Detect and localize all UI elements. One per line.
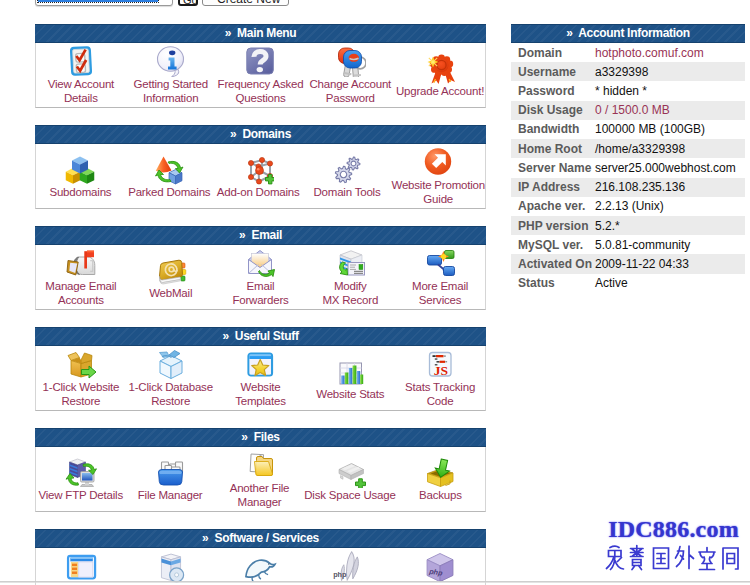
svg-text:php: php [333,570,347,579]
svg-text:JS: JS [434,363,448,378]
